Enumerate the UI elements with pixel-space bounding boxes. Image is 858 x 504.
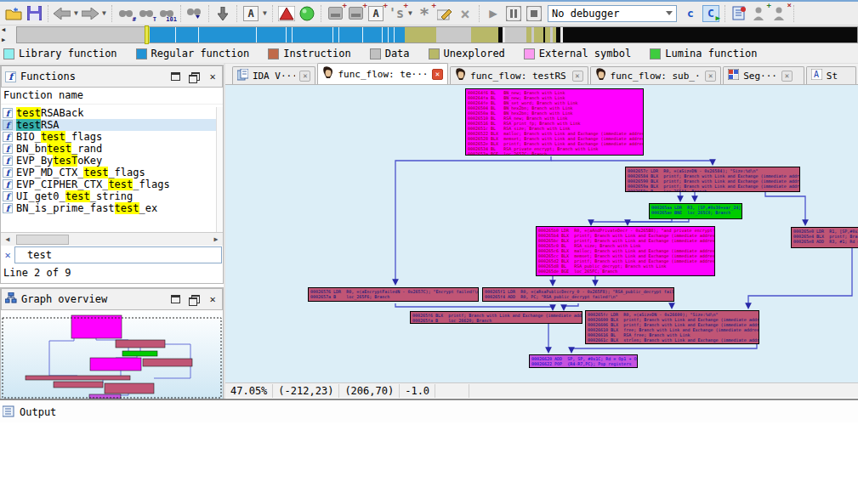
function-row[interactable]: fBN_is_prime_fasttest_ex <box>1 202 216 214</box>
search-binary-icon[interactable]: 101 <box>156 3 177 24</box>
graph-node[interactable]: 00026620 ADD SP, SP, #0x1C; Rd = Op1 + O… <box>529 354 638 368</box>
line-status-text: Line 2 of 9 <box>3 267 71 280</box>
functions-panel-title: Functions <box>20 71 162 82</box>
open-file-icon[interactable] <box>3 3 24 24</box>
search-next-icon[interactable] <box>185 3 205 24</box>
band-scroll-left-button[interactable]: ◀ <box>2 25 13 34</box>
graph-node[interactable]: 00026576 LDR R0, =(aEncryptFailedN - 0x2… <box>308 287 479 302</box>
graph-node[interactable]: 000265e0 LDR R1, [SP,#0x30+var_28]; Load… <box>791 227 858 248</box>
tab-close-icon[interactable]: ✕ <box>572 71 583 82</box>
make-code-icon[interactable]: + <box>325 3 345 24</box>
problems-icon[interactable] <box>276 3 297 24</box>
node-coordinate: (206,70) <box>339 384 400 398</box>
attach-process-icon[interactable]: c <box>680 3 701 24</box>
output-panel-tab[interactable]: Output <box>0 402 858 422</box>
tab-close-icon[interactable]: ✕ <box>432 69 443 80</box>
view-tabbar: IDA V··· ✕ func_flow: te··· ✕ func_flow:… <box>225 64 858 85</box>
close-button[interactable]: ✕ <box>207 294 219 304</box>
band-scroll-right-button[interactable]: ▶ <box>2 36 13 44</box>
graph-node[interactable]: 000265fc LDR R0, =(aSizeDN - 0x26600); "… <box>585 310 759 344</box>
output-label: Output <box>20 406 56 418</box>
zoom-level: 47.05% <box>225 384 273 398</box>
function-list-hscrollbar[interactable]: ◀ ▶ <box>1 232 223 246</box>
quick-run-icon[interactable]: C ▶ <box>701 3 721 24</box>
make-ascii-icon[interactable]: A+ <box>366 3 386 24</box>
horizontal-splitter[interactable] <box>0 399 858 400</box>
search-immediate-icon[interactable]: # <box>116 3 136 24</box>
make-data-icon[interactable]: + <box>345 3 366 24</box>
function-icon: f <box>3 156 13 166</box>
rename-dropdown[interactable]: ▼ <box>261 3 269 24</box>
function-filter-input[interactable] <box>14 246 222 263</box>
tab-close-icon[interactable]: ✕ <box>781 71 793 82</box>
make-string-icon[interactable]: 's+ <box>386 3 406 24</box>
tab-segments[interactable]: Seg··· ✕ <box>723 66 804 84</box>
restore-button[interactable] <box>189 72 198 81</box>
scroll-left-arrow[interactable]: ◀ <box>1 235 14 243</box>
function-row[interactable]: fEVP_CIPHER_CTX_test_flags <box>1 178 216 190</box>
function-icon: f <box>3 108 13 118</box>
function-row[interactable]: ftestRSABack <box>1 107 216 119</box>
delete-watch-icon[interactable]: × <box>770 3 790 24</box>
back-history-dropdown[interactable]: ▼ <box>72 3 80 24</box>
rename-button[interactable]: A <box>241 3 261 24</box>
breakpoint-list-icon[interactable] <box>729 3 749 24</box>
search-text-icon[interactable]: T <box>136 3 156 24</box>
scroll-right-arrow[interactable]: ▶ <box>209 235 223 243</box>
restore-button[interactable] <box>189 295 198 303</box>
save-file-icon[interactable] <box>24 3 44 24</box>
edit-function-icon[interactable] <box>435 3 455 24</box>
nav-band[interactable] <box>16 26 858 43</box>
function-row-selected[interactable]: ftestRSA <box>1 119 216 131</box>
tab-func-flow-active[interactable]: func_flow: te··· ✕ <box>317 63 448 84</box>
function-icon: f <box>3 132 13 142</box>
function-row[interactable]: fBN_bntest_rand <box>1 143 216 155</box>
graph-node[interactable]: 000265f1 LDR R0, =(aRsaPublicDecry_0 - 0… <box>482 287 674 302</box>
graph-minimap[interactable] <box>1 310 223 399</box>
jump-down-icon[interactable] <box>213 3 233 24</box>
graph-node[interactable]: 000264f6 BL BN_new; Branch with Link0002… <box>465 88 644 156</box>
close-button[interactable]: ✕ <box>207 71 219 82</box>
hscroll-thumb[interactable] <box>16 235 69 245</box>
svg-text:A: A <box>814 70 819 79</box>
chevron-down-icon <box>666 11 673 15</box>
add-watch-icon[interactable]: + <box>749 3 770 24</box>
ida-avatar-icon <box>455 68 466 83</box>
make-array-icon[interactable]: *+ <box>414 3 435 24</box>
graph-node[interactable]: 000265f6 BLX printf; Branch with Link an… <box>410 311 582 324</box>
debug-pause-icon[interactable] <box>503 3 524 24</box>
filter-clear-icon[interactable]: ✕ <box>1 249 14 261</box>
debug-stop-icon[interactable] <box>524 3 544 24</box>
functions-panel-header[interactable]: f Functions ✕ <box>1 65 223 88</box>
graph-view-canvas[interactable]: 000264f6 BL BN_new; Branch with Link0002… <box>225 85 858 382</box>
color-legend: Library function Regular function Instru… <box>0 44 858 64</box>
function-row[interactable]: fEVP_MD_CTX_test_flags <box>1 167 216 178</box>
tab-close-icon[interactable]: ✕ <box>299 71 310 82</box>
tab-strings[interactable]: A St <box>806 66 856 84</box>
lumina-function-swatch <box>650 48 661 59</box>
graph-node[interactable]: 000265b0 LDR R0, =(aAndPrivateDecr - 0x2… <box>536 226 715 276</box>
undefine-icon[interactable]: × <box>455 3 475 24</box>
navigate-forward-button[interactable] <box>80 3 100 24</box>
maximize-button[interactable] <box>171 72 180 81</box>
tab-func-flow-testrsa[interactable]: func_flow: testRS··· ✕ <box>450 66 588 84</box>
tab-ida-view[interactable]: IDA V··· ✕ <box>232 66 316 84</box>
maximize-button[interactable] <box>171 295 180 303</box>
debugger-select[interactable]: No debugger <box>548 5 677 22</box>
graph-node[interactable]: 000265aa LDR R3, [SP,#0x30+var_24]; Load… <box>649 203 742 219</box>
tab-close-icon[interactable]: ✕ <box>705 71 716 82</box>
navigate-back-button[interactable] <box>52 3 72 24</box>
lumina-icon[interactable] <box>297 3 317 24</box>
graph-node[interactable]: 0002657c LDR R0, =(aSizeDN - 0x26584); "… <box>625 167 800 192</box>
graph-overview-header[interactable]: Graph overview ✕ <box>1 288 223 310</box>
function-row[interactable]: fUI_get0_test_string <box>1 190 216 202</box>
debug-start-icon[interactable]: ▶ <box>483 3 503 24</box>
function-list-vscrollbar[interactable] <box>216 107 223 232</box>
graph-statusbar: 47.05% (-212,23) (206,70) -1.0 <box>225 382 858 398</box>
function-row[interactable]: fEVP_BytesToKey <box>1 155 216 167</box>
function-name-column-header[interactable]: Function name <box>1 88 223 105</box>
function-row[interactable]: fBIO_test_flags <box>1 131 216 143</box>
forward-history-dropdown[interactable]: ▼ <box>100 3 108 24</box>
nav-band-current-marker <box>145 25 149 44</box>
tab-func-flow-sub[interactable]: func_flow: sub_··· ✕ <box>590 66 722 84</box>
